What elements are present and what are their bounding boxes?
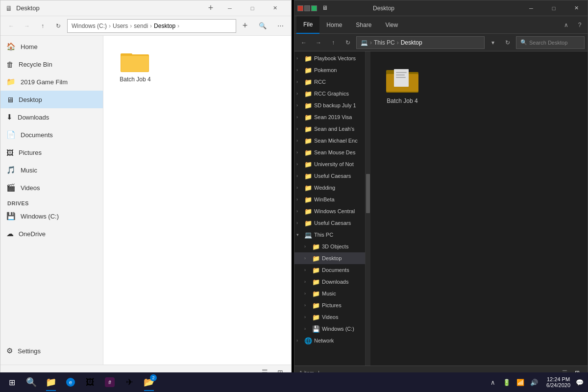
nav-settings[interactable]: ⚙ Settings (0, 342, 103, 360)
tree-network[interactable]: › 🌐 Network (294, 335, 365, 346)
right-address-path[interactable]: 💻 › This PC › Desktop (356, 36, 485, 49)
svg-text:#: # (108, 380, 111, 385)
network-icon[interactable]: 📶 (514, 372, 527, 392)
forward-button[interactable]: → (20, 19, 34, 33)
nav-downloads[interactable]: ⬇ Downloads (0, 108, 103, 126)
minimize-button[interactable]: ─ (219, 0, 241, 16)
start-button[interactable]: ⊞ (2, 372, 22, 392)
dark-folder-batch-job-4[interactable]: Batch Job 4 (380, 61, 424, 108)
up-button[interactable]: ↑ (36, 19, 49, 33)
new-tab-button[interactable]: + (203, 0, 219, 16)
ribbon-tab-home[interactable]: Home (319, 16, 349, 34)
add-location-button[interactable]: + (238, 19, 252, 33)
tree-videos[interactable]: › 📁 Videos (294, 311, 365, 323)
tree-playbook-vectors[interactable]: › 📁 Playbook Vectors (294, 52, 365, 64)
nav-windows-c[interactable]: 💾 Windows (C:) (0, 207, 103, 225)
right-maximize-button[interactable]: □ (542, 0, 565, 16)
taskbar-slack[interactable]: # (100, 372, 120, 392)
right-forward-button[interactable]: → (312, 36, 325, 49)
taskbar-edge[interactable]: e (61, 372, 80, 392)
ribbon-tab-view[interactable]: View (378, 16, 405, 34)
nav-onedrive-label: OneDrive (19, 230, 46, 238)
home-icon: 🏠 (6, 42, 16, 51)
refresh-button[interactable]: ↻ (51, 19, 65, 33)
back-button[interactable]: ← (4, 19, 18, 33)
tree-desktop[interactable]: › 📁 Desktop (294, 252, 365, 264)
tree-pokemon[interactable]: › 📁 Pokemon (294, 64, 365, 76)
search-icon[interactable]: 🔍 (254, 19, 271, 33)
game-film-icon: 📁 (6, 77, 16, 86)
taskbar-clock[interactable]: 12:24 PM 6/24/2020 (543, 376, 573, 388)
tree-3d-objects[interactable]: › 📁 3D Objects (294, 241, 365, 252)
tree-music[interactable]: › 📁 Music (294, 288, 365, 299)
tree-this-pc[interactable]: ▾ 💻 This PC (294, 229, 365, 241)
tree-sean-mouse[interactable]: › 📁 Sean Mouse Des (294, 147, 365, 158)
folder-icon (121, 49, 150, 73)
taskbar-telegram[interactable]: ✈ (120, 372, 139, 392)
address-path[interactable]: Windows (C:) › Users › sendi › Desktop › (67, 19, 236, 33)
nav-documents[interactable]: 📄 Documents (0, 126, 103, 144)
nav-onedrive[interactable]: ☁ OneDrive (0, 225, 103, 243)
tree-rcc-graphics[interactable]: › 📁 RCC Graphics (294, 88, 365, 99)
nav-music[interactable]: 🎵 Music (0, 161, 103, 179)
tree-windows-central[interactable]: › 📁 Windows Central (294, 205, 365, 217)
nav-pictures-label: Pictures (19, 149, 42, 156)
left-address-bar: ← → ↑ ↻ Windows (C:) › Users › sendi › D… (0, 16, 291, 36)
notification-center-button[interactable]: 💬 (573, 372, 586, 392)
ribbon-tab-share[interactable]: Share (349, 16, 378, 34)
taskbar: ⊞ 🔍 📁 e 🖼 # ✈ 📂 2 ∧ 🔋 📶 🔊 12:24 PM 6/24/… (0, 372, 588, 392)
right-path-dropdown[interactable]: ▾ (487, 36, 499, 49)
nav-game-film[interactable]: 📁 2019 Game Film (0, 73, 103, 91)
svg-rect-7 (396, 72, 407, 73)
taskbar-photos[interactable]: 🖼 (80, 372, 100, 392)
tree-sd-backup[interactable]: › 📁 SD backup July 1 (294, 99, 365, 111)
right-path-refresh[interactable]: ↻ (501, 36, 514, 49)
right-this-pc: This PC (374, 39, 395, 46)
tree-windows-c[interactable]: › 💾 Windows (C:) (294, 323, 365, 335)
tree-university[interactable]: › 📁 University of Not (294, 158, 365, 170)
tree-sean-2019[interactable]: › 📁 Sean 2019 Visa (294, 111, 365, 123)
tree-wedding[interactable]: › 📁 Wedding (294, 182, 365, 194)
clock-date: 6/24/2020 (546, 382, 570, 388)
ribbon-help-button[interactable]: ? (574, 19, 586, 31)
right-refresh-button[interactable]: ↻ (342, 36, 354, 49)
nav-desktop-label: Desktop (19, 96, 42, 103)
tree-useful-caesars-2[interactable]: › 📁 Useful Caesars (294, 217, 365, 229)
nav-videos[interactable]: 🎬 Videos (0, 179, 103, 196)
tree-useful-caesars-1[interactable]: › 📁 Useful Caesars (294, 170, 365, 182)
volume-icon[interactable]: 🔊 (528, 372, 540, 392)
nav-pictures[interactable]: 🖼 Pictures (0, 144, 103, 161)
scrollbar-thumb (366, 174, 370, 213)
taskbar-file-explorer-2[interactable]: 📂 2 (139, 372, 159, 392)
tree-downloads[interactable]: › 📁 Downloads (294, 276, 365, 288)
battery-icon[interactable]: 🔋 (500, 372, 513, 392)
color-box-gray (304, 5, 310, 11)
more-options-button[interactable]: ⋯ (273, 19, 287, 33)
taskbar-search[interactable]: 🔍 (22, 372, 41, 392)
right-search-box[interactable]: 🔍 Search Desktop (516, 36, 585, 49)
nav-desktop[interactable]: 🖥 Desktop (0, 91, 103, 108)
tree-sean-michael[interactable]: › 📁 Sean Michael Enc (294, 135, 365, 147)
folder-name: Batch Job 4 (120, 76, 150, 83)
ribbon-tab-file[interactable]: File (296, 16, 319, 34)
pictures-icon: 🖼 (6, 148, 14, 157)
right-minimize-button[interactable]: ─ (520, 0, 542, 16)
tree-documents[interactable]: › 📁 Documents (294, 264, 365, 276)
chevron-up-icon[interactable]: ∧ (487, 372, 499, 392)
ribbon-collapse-button[interactable]: ∧ (560, 19, 572, 31)
right-close-button[interactable]: ✕ (565, 0, 588, 16)
tree-scrollbar[interactable] (366, 51, 370, 366)
tree-rcc[interactable]: › 📁 RCC (294, 76, 365, 88)
tree-sean-leah[interactable]: › 📁 Sean and Leah's (294, 123, 365, 135)
right-back-button[interactable]: ← (297, 36, 310, 49)
close-button[interactable]: ✕ (264, 0, 286, 16)
taskbar-file-explorer[interactable]: 📁 (41, 372, 61, 392)
folder-batch-job-4[interactable]: Batch Job 4 (113, 46, 157, 87)
maximize-button[interactable]: □ (241, 0, 264, 16)
nav-recycle-bin[interactable]: 🗑 Recycle Bin (0, 55, 103, 73)
drives-section-label: Drives (0, 196, 103, 207)
tree-pictures[interactable]: › 📁 Pictures (294, 299, 365, 311)
nav-home[interactable]: 🏠 Home (0, 38, 103, 55)
right-up-button[interactable]: ↑ (327, 36, 340, 49)
tree-winbeta[interactable]: › 📁 WinBeta (294, 194, 365, 205)
